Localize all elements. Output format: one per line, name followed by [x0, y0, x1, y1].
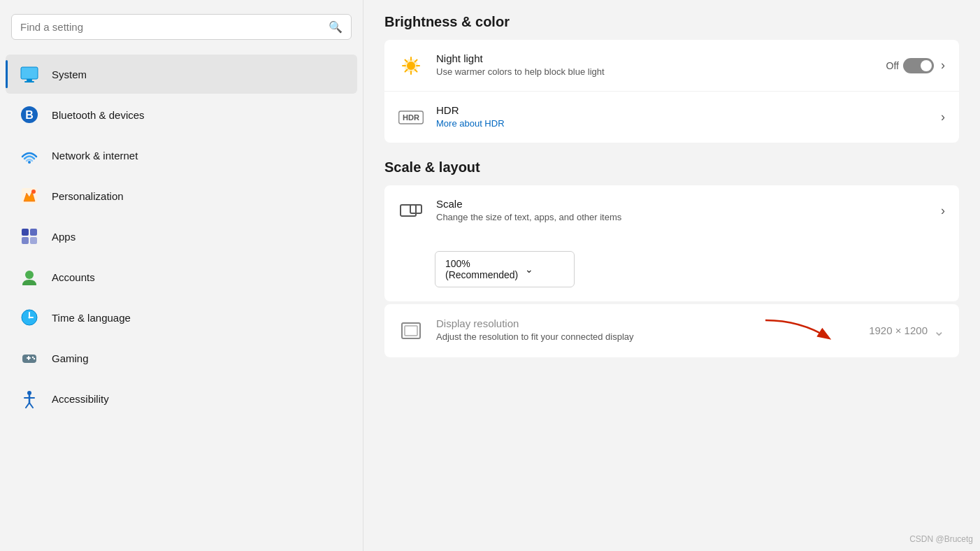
night-light-icon — [398, 53, 424, 78]
sidebar-item-bluetooth[interactable]: B Bluetooth & devices — [6, 95, 357, 134]
scale-dropdown-arrow: ⌄ — [525, 264, 564, 275]
sidebar-item-network-label: Network & internet — [52, 150, 138, 162]
svg-point-16 — [29, 317, 31, 319]
svg-point-7 — [31, 189, 36, 194]
scale-chevron[interactable]: › — [941, 203, 945, 218]
sidebar-item-time-label: Time & language — [52, 312, 131, 324]
main-content: Brightness & color Night ligh — [363, 0, 980, 551]
resolution-dropdown-arrow[interactable]: ⌄ — [933, 322, 945, 339]
accessibility-icon — [20, 389, 39, 408]
personalization-icon — [20, 186, 39, 206]
sidebar-item-accessibility[interactable]: Accessibility — [6, 379, 357, 418]
resolution-text: Display resolution Adjust the resolution… — [436, 317, 746, 343]
svg-point-5 — [28, 161, 31, 164]
apps-icon — [20, 227, 39, 246]
svg-point-21 — [34, 358, 35, 359]
night-light-controls: Off › — [886, 58, 945, 73]
toggle-status: Off — [886, 60, 899, 71]
night-light-text: Night light Use warmer colors to help bl… — [436, 52, 874, 78]
accounts-icon — [20, 267, 39, 287]
hdr-chevron[interactable]: › — [941, 110, 945, 124]
watermark: CSDN @Brucetg — [909, 534, 973, 544]
search-icon: 🔍 — [329, 20, 343, 34]
resolution-desc: Adjust the resolution to fit your connec… — [436, 331, 746, 343]
night-light-title: Night light — [436, 52, 874, 64]
hdr-text: HDR More about HDR — [436, 104, 928, 130]
sidebar-item-time[interactable]: Time & language — [6, 298, 357, 337]
svg-rect-11 — [30, 237, 37, 244]
svg-rect-10 — [22, 237, 29, 244]
scale-section-title: Scale & layout — [384, 159, 959, 176]
brightness-section-title: Brightness & color — [384, 14, 959, 30]
svg-rect-2 — [24, 81, 34, 83]
sidebar-item-gaming-label: Gaming — [52, 352, 89, 364]
sidebar-item-system[interactable]: System — [6, 55, 357, 94]
scale-value: 100% (Recommended) — [445, 258, 518, 280]
svg-point-28 — [407, 62, 415, 70]
resolution-title: Display resolution — [436, 317, 746, 329]
svg-line-35 — [415, 59, 417, 62]
svg-rect-42 — [405, 326, 417, 336]
system-icon — [20, 64, 39, 84]
scale-dropdown[interactable]: 100% (Recommended) ⌄ — [435, 251, 575, 287]
scale-card: Scale Change the size of text, apps, and… — [384, 185, 959, 301]
svg-text:HDR: HDR — [403, 113, 419, 122]
sidebar: 🔍 System B Bluetooth & devices — [0, 0, 363, 551]
sidebar-item-bluetooth-label: Bluetooth & devices — [52, 109, 145, 121]
search-box[interactable]: 🔍 — [11, 14, 352, 40]
toggle-container: Off — [886, 58, 934, 73]
night-light-toggle[interactable] — [903, 58, 934, 73]
sidebar-item-accessibility-label: Accessibility — [52, 393, 109, 405]
hdr-link[interactable]: More about HDR — [436, 117, 928, 130]
sidebar-item-system-label: System — [52, 69, 87, 80]
gaming-icon — [20, 348, 39, 368]
resolution-right: 1920 × 1200 ⌄ — [869, 322, 945, 339]
sidebar-item-network[interactable]: Network & internet — [6, 136, 357, 175]
resolution-icon — [398, 318, 424, 343]
sidebar-item-personalization-label: Personalization — [52, 190, 124, 202]
sidebar-item-accounts-label: Accounts — [52, 271, 95, 283]
scale-desc: Change the size of text, apps, and other… — [436, 211, 928, 224]
resolution-value: 1920 × 1200 — [869, 324, 928, 336]
svg-rect-1 — [27, 79, 32, 81]
svg-line-26 — [29, 403, 33, 408]
hdr-title: HDR — [436, 104, 928, 116]
svg-line-36 — [405, 69, 408, 71]
sidebar-item-apps-label: Apps — [52, 231, 75, 243]
brightness-card: Night light Use warmer colors to help bl… — [384, 40, 959, 143]
sidebar-item-accounts[interactable]: Accounts — [6, 257, 357, 296]
scale-row[interactable]: Scale Change the size of text, apps, and… — [384, 185, 959, 301]
svg-point-12 — [25, 271, 34, 279]
svg-line-34 — [415, 69, 417, 71]
svg-rect-0 — [21, 67, 38, 79]
red-arrow-annotation — [758, 317, 842, 345]
svg-rect-8 — [22, 229, 29, 236]
svg-text:B: B — [25, 109, 34, 121]
svg-point-20 — [32, 357, 34, 358]
scale-text: Scale Change the size of text, apps, and… — [436, 198, 928, 224]
svg-rect-19 — [28, 356, 29, 360]
sidebar-item-apps[interactable]: Apps — [6, 217, 357, 256]
network-icon — [20, 145, 39, 165]
search-input[interactable] — [20, 21, 322, 33]
scale-icon — [398, 199, 424, 224]
night-light-row[interactable]: Night light Use warmer colors to help bl… — [384, 40, 959, 92]
svg-rect-39 — [401, 205, 416, 216]
night-light-chevron[interactable]: › — [941, 58, 945, 73]
bluetooth-icon: B — [20, 105, 39, 124]
sidebar-item-gaming[interactable]: Gaming — [6, 338, 357, 378]
hdr-icon: HDR — [398, 105, 424, 130]
svg-rect-9 — [30, 229, 37, 236]
night-light-desc: Use warmer colors to help block blue lig… — [436, 66, 874, 78]
resolution-row[interactable]: Display resolution Adjust the resolution… — [384, 304, 959, 357]
hdr-row[interactable]: HDR HDR More about HDR › — [384, 92, 959, 143]
sidebar-item-personalization[interactable]: Personalization — [6, 176, 357, 215]
scale-section: Scale & layout Scale Change the size of … — [384, 159, 959, 357]
svg-line-25 — [26, 403, 29, 408]
time-icon — [20, 308, 39, 327]
svg-line-33 — [405, 59, 408, 62]
scale-title: Scale — [436, 198, 928, 210]
